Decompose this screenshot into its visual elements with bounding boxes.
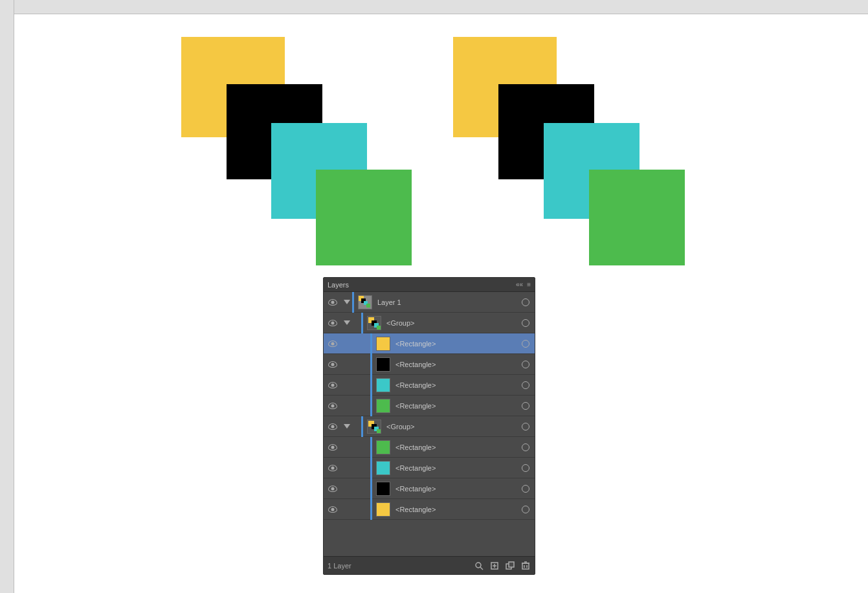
footer-icons — [474, 561, 531, 571]
eye-icon-cell-rect6[interactable] — [324, 465, 342, 471]
search-icon[interactable] — [474, 561, 484, 571]
layer-row-rect6[interactable]: <Rectangle> — [324, 458, 535, 478]
eye-icon-cell-layer1[interactable] — [324, 299, 342, 306]
layer-name-rect6: <Rectangle> — [394, 464, 519, 472]
thumb-rect5 — [376, 440, 390, 454]
expand-layer1[interactable] — [342, 300, 352, 304]
circle-icon-rect7[interactable] — [519, 485, 532, 493]
layer-row-group1[interactable]: <Group> — [324, 313, 535, 333]
thumb-group1 — [367, 316, 381, 330]
circle-icon-layer1[interactable] — [519, 298, 532, 306]
new-layer-icon[interactable] — [489, 561, 500, 571]
thumb-cell-rect6 — [375, 461, 392, 475]
delete-layer-icon[interactable] — [520, 561, 531, 571]
layer-row-rect1[interactable]: <Rectangle> — [324, 333, 535, 354]
blue-line-rect5 — [370, 437, 372, 458]
svg-point-0 — [476, 563, 481, 568]
thumb-cell-rect3 — [375, 378, 392, 392]
thumb-cell-rect4 — [375, 399, 392, 413]
circle-icon-rect5[interactable] — [519, 443, 532, 451]
blue-line-rect7 — [370, 478, 372, 499]
ruler-top — [14, 0, 868, 14]
eye-icon-rect8 — [328, 506, 337, 513]
circle-icon-rect1[interactable] — [519, 340, 532, 348]
thumb-rect8 — [376, 502, 390, 517]
layer-name-rect5: <Rectangle> — [394, 443, 519, 451]
circle-icon-rect8[interactable] — [519, 506, 532, 513]
thumb-cell-rect5 — [375, 440, 392, 454]
thumb-cell-rect7 — [375, 482, 392, 496]
eye-icon-cell-rect5[interactable] — [324, 444, 342, 451]
lock-circle-rect8 — [522, 506, 529, 513]
collapse-button[interactable]: «« — [516, 281, 523, 288]
expand-group1[interactable] — [342, 320, 352, 325]
circle-icon-rect4[interactable] — [519, 402, 532, 410]
expand-group2[interactable] — [342, 424, 352, 429]
eye-icon-cell-rect1[interactable] — [324, 341, 342, 347]
eye-icon-rect6 — [328, 465, 337, 471]
blue-line-group1 — [361, 313, 363, 333]
lock-circle-rect1 — [522, 340, 529, 348]
thumb-rect1 — [376, 337, 390, 351]
layers-panel: Layers «« ≡ Layer — [323, 277, 535, 575]
triangle-down-icon — [344, 300, 350, 304]
blue-line-rect8 — [370, 499, 372, 520]
layer-name-layer1: Layer 1 — [376, 298, 519, 306]
lock-circle-icon — [522, 298, 529, 306]
layer-row-rect3[interactable]: <Rectangle> — [324, 375, 535, 396]
eye-icon-cell-group2[interactable] — [324, 423, 342, 430]
circle-icon-rect2[interactable] — [519, 361, 532, 368]
titlebar-left: Layers — [328, 281, 349, 289]
layers-titlebar[interactable]: Layers «« ≡ — [324, 278, 535, 292]
blue-line-rect6 — [370, 458, 372, 478]
blue-line-rect4 — [370, 396, 372, 416]
eye-icon-cell-rect7[interactable] — [324, 486, 342, 492]
eye-icon-rect1 — [328, 341, 337, 347]
circle-icon-rect6[interactable] — [519, 464, 532, 472]
layer-name-rect8: <Rectangle> — [394, 506, 519, 513]
thumb-rect6 — [376, 461, 390, 475]
layer-row-rect2[interactable]: <Rectangle> — [324, 354, 535, 375]
layer-name-rect2: <Rectangle> — [394, 361, 519, 368]
thumb-cell-rect1 — [375, 337, 392, 351]
thumb-rect7 — [376, 482, 390, 496]
lock-circle-rect5 — [522, 443, 529, 451]
layers-content[interactable]: Layer 1 <Group> — [324, 292, 535, 556]
layer-row-layer1[interactable]: Layer 1 — [324, 292, 535, 313]
blue-line-rect1 — [370, 333, 372, 354]
eye-icon-rect3 — [328, 382, 337, 388]
layer-row-rect4[interactable]: <Rectangle> — [324, 396, 535, 416]
canvas-rect-green-right[interactable] — [589, 170, 685, 265]
eye-icon-rect5 — [328, 444, 337, 451]
lock-circle-rect4 — [522, 402, 529, 410]
duplicate-layer-icon[interactable] — [505, 561, 515, 571]
thumb-cell-layer1 — [357, 295, 373, 309]
eye-icon-cell-rect3[interactable] — [324, 382, 342, 388]
eye-icon-group2 — [328, 423, 337, 430]
circle-icon-group1[interactable] — [519, 319, 532, 327]
thumb-rect2 — [376, 357, 390, 372]
thumb-cell-group2 — [366, 420, 383, 434]
layer-row-rect8[interactable]: <Rectangle> — [324, 499, 535, 520]
layer-count: 1 Layer — [328, 562, 351, 570]
eye-icon-cell-rect4[interactable] — [324, 403, 342, 409]
layer-row-rect7[interactable]: <Rectangle> — [324, 478, 535, 499]
circle-icon-group2[interactable] — [519, 423, 532, 431]
thumb-cell-rect8 — [375, 502, 392, 517]
canvas-rect-green-left[interactable] — [316, 170, 412, 265]
layer-row-rect5[interactable]: <Rectangle> — [324, 437, 535, 458]
layer-row-group2[interactable]: <Group> — [324, 416, 535, 437]
eye-icon-cell-rect8[interactable] — [324, 506, 342, 513]
blue-line-group2 — [361, 416, 363, 437]
thumb-cell-rect2 — [375, 357, 392, 372]
circle-icon-rect3[interactable] — [519, 381, 532, 389]
panel-title: Layers — [328, 281, 349, 289]
eye-icon-cell-group1[interactable] — [324, 320, 342, 326]
thumb-cell-group1 — [366, 316, 383, 330]
thumb-group2 — [367, 420, 381, 434]
layer-name-group2: <Group> — [385, 423, 519, 431]
triangle-down-icon-group2 — [344, 424, 350, 429]
eye-icon-cell-rect2[interactable] — [324, 361, 342, 368]
thumb-rect3 — [376, 378, 390, 392]
panel-menu-button[interactable]: ≡ — [527, 281, 531, 288]
